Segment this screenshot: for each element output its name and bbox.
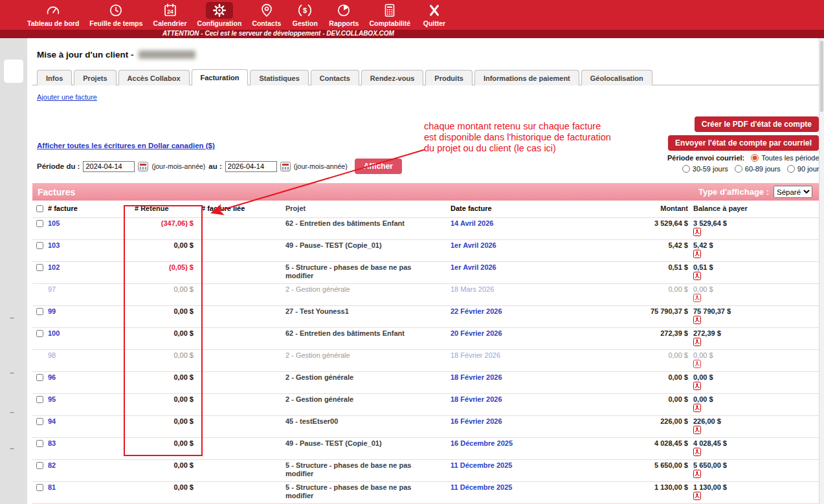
nav-calendrier[interactable]: 24 Calendrier	[153, 2, 187, 27]
radio-toutes-periodes[interactable]	[751, 154, 759, 162]
tab-acces-collabox[interactable]: Accès Collabox	[118, 70, 190, 85]
pdf-icon[interactable]	[693, 316, 816, 326]
invoice-balance: 3 529,64 $	[693, 219, 816, 228]
invoice-number-link[interactable]: 99	[48, 307, 56, 315]
project-name: 2 - Gestion générale	[285, 373, 451, 382]
row-checkbox[interactable]	[36, 396, 43, 403]
invoice-date-link[interactable]: 1er Avril 2026	[451, 241, 496, 249]
invoice-date-link[interactable]: 20 Février 2026	[451, 329, 502, 337]
invoice-number-link[interactable]: 94	[48, 417, 56, 425]
row-checkbox[interactable]	[36, 308, 43, 315]
invoice-number-link[interactable]: 102	[48, 263, 60, 271]
nav-configuration[interactable]: Configuration	[197, 2, 242, 27]
invoice-date-link[interactable]: 1er Avril 2026	[451, 263, 496, 271]
invoice-number-link[interactable]: 100	[48, 329, 60, 337]
email-statement-button[interactable]: Envoyer l'état de compte par courriel	[668, 135, 819, 151]
radio-90-jours[interactable]	[787, 165, 795, 173]
invoice-date-link[interactable]: 11 Décembre 2025	[451, 483, 512, 491]
calendar-picker-icon[interactable]	[280, 162, 291, 171]
row-checkbox[interactable]	[36, 418, 43, 425]
create-statement-pdf-button[interactable]: Créer le PDF d'état de compte	[695, 116, 819, 132]
invoice-number-link[interactable]: 81	[48, 483, 56, 491]
invoice-date-link[interactable]: 16 Décembre 2025	[451, 439, 513, 447]
tab-facturation[interactable]: Facturation	[192, 69, 249, 85]
pdf-icon[interactable]	[693, 382, 816, 392]
pdf-icon[interactable]	[693, 360, 816, 370]
display-type-select[interactable]: Séparé	[774, 186, 812, 198]
invoice-date-link[interactable]: 16 Février 2026	[451, 417, 502, 425]
tab-geolocalisation[interactable]: Géolocalisation	[581, 70, 652, 85]
invoice-number-link[interactable]: 83	[48, 439, 56, 447]
row-checkbox[interactable]	[36, 220, 43, 227]
tab-rendez-vous[interactable]: Rendez-vous	[361, 70, 423, 85]
vertical-scrollbar[interactable]	[819, 38, 824, 504]
row-checkbox[interactable]	[36, 462, 43, 469]
pdf-icon[interactable]	[693, 404, 816, 414]
pdf-icon[interactable]	[693, 448, 816, 458]
row-checkbox[interactable]	[36, 484, 43, 491]
calendar-picker-icon[interactable]	[138, 162, 148, 171]
invoice-number-link[interactable]: 97	[48, 285, 56, 293]
nav-gestion[interactable]: $ Gestion	[291, 2, 318, 27]
invoice-date-link[interactable]: 18 Février 2026	[451, 373, 502, 381]
nav-contacts[interactable]: Contacts	[252, 2, 281, 27]
tab-statistiques[interactable]: Statistiques	[250, 70, 308, 85]
invoice-number-link[interactable]: 98	[48, 351, 56, 359]
invoice-balance: 0,00 $	[693, 373, 816, 382]
period-from-input[interactable]	[83, 161, 135, 172]
invoice-number-link[interactable]: 103	[48, 241, 60, 249]
tab-produits[interactable]: Produits	[425, 70, 473, 85]
invoice-number-link[interactable]: 96	[48, 373, 56, 381]
invoice-date-link[interactable]: 22 Février 2026	[451, 307, 502, 315]
tab-projets[interactable]: Projets	[74, 70, 116, 85]
period-to-input[interactable]	[225, 161, 277, 172]
table-row: 98 0,00 $ 2 - Gestion générale 18 Févrie…	[32, 349, 819, 371]
retenue-value: 0,00 $	[129, 373, 201, 382]
pdf-icon[interactable]	[693, 426, 816, 436]
invoice-number-link[interactable]: 95	[48, 395, 56, 403]
pdf-icon[interactable]	[693, 338, 816, 348]
pdf-icon[interactable]	[693, 470, 816, 480]
project-name: 45 - testEtser00	[285, 417, 451, 426]
currency-link[interactable]: Afficher toutes les écritures en Dollar …	[37, 142, 215, 149]
retenue-value: (347,06) $	[129, 219, 201, 228]
row-checkbox[interactable]	[36, 440, 43, 447]
add-invoice-link[interactable]: Ajouter une facture	[37, 93, 97, 101]
row-checkbox[interactable]	[36, 242, 43, 249]
pdf-icon[interactable]	[693, 250, 816, 260]
tab-contacts[interactable]: Contacts	[311, 70, 359, 85]
row-checkbox[interactable]	[36, 374, 43, 381]
invoice-number-link[interactable]: 82	[48, 461, 56, 469]
nav-tableau-de-bord[interactable]: Tableau de bord	[27, 2, 79, 27]
nav-comptabilite[interactable]: Comptabilité	[369, 2, 410, 27]
invoice-date-link[interactable]: 18 Mars 2026	[451, 285, 494, 293]
radio-60-89-jours[interactable]	[735, 165, 742, 173]
row-checkbox[interactable]	[36, 264, 43, 271]
select-all-checkbox[interactable]	[36, 205, 43, 212]
rail-panel-button[interactable]	[4, 60, 23, 83]
invoice-number-link[interactable]: 105	[48, 219, 60, 227]
tab-informations-paiement[interactable]: Informations de paiement	[474, 70, 579, 85]
nav-quitter[interactable]: Quitter	[421, 2, 448, 27]
pdf-icon[interactable]	[693, 272, 816, 282]
project-name: 62 - Entretien des bâtiments Enfant	[285, 329, 451, 338]
invoice-date-link[interactable]: 11 Décembre 2025	[451, 461, 512, 469]
invoice-date-link[interactable]: 14 Avril 2026	[451, 219, 493, 227]
show-button[interactable]: Afficher	[355, 159, 402, 174]
col-balance: Balance à payer	[693, 204, 819, 213]
invoice-date-link[interactable]: 18 Février 2026	[451, 351, 500, 359]
row-checkbox[interactable]	[36, 330, 43, 337]
nav-rapports[interactable]: Rapports	[329, 2, 359, 27]
nav-feuille-de-temps[interactable]: Feuille de temps	[89, 2, 142, 27]
pdf-icon[interactable]	[693, 492, 816, 502]
pdf-icon[interactable]	[693, 228, 816, 238]
pdf-icon[interactable]	[693, 294, 816, 304]
invoice-table: # facture # Retenue # facture liée Proje…	[32, 202, 819, 504]
invoice-amount: 226,00 $	[590, 417, 693, 426]
invoice-date-link[interactable]: 18 Février 2026	[451, 395, 502, 403]
tab-infos[interactable]: Infos	[37, 70, 72, 85]
radio-30-59-jours[interactable]	[682, 165, 690, 173]
email-period-row-2: 30-59 jours 60-89 jours 90 jours	[678, 165, 819, 173]
radio-label-30-59: 30-59 jours	[693, 165, 728, 173]
scrollbar-thumb[interactable]	[820, 41, 823, 112]
